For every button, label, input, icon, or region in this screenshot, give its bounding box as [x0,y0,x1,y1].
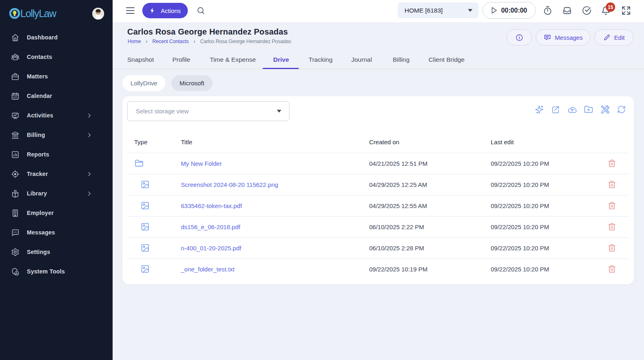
svg-text:LollyLaw: LollyLaw [20,8,57,19]
